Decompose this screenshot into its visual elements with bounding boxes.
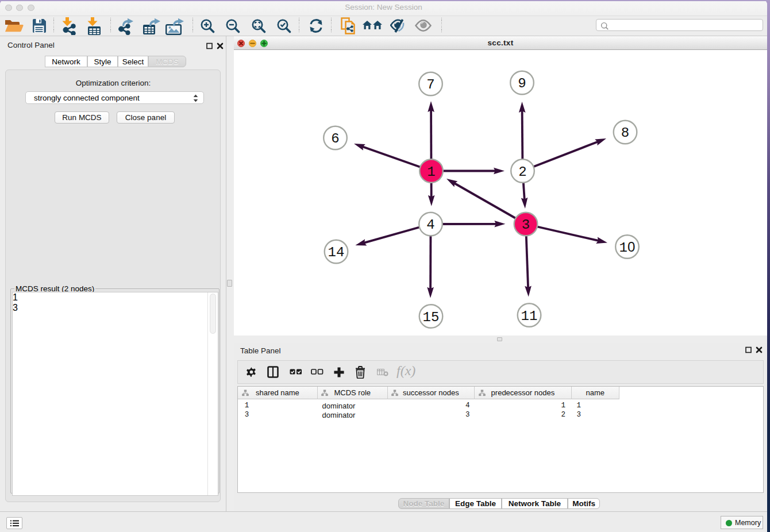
svg-text:15: 15: [423, 310, 440, 325]
svg-text:9: 9: [518, 76, 526, 91]
svg-text:6: 6: [331, 131, 339, 147]
svg-text:14: 14: [328, 245, 345, 260]
svg-text:11: 11: [521, 309, 538, 324]
svg-text:1: 1: [619, 240, 627, 256]
svg-text:2: 2: [518, 164, 526, 180]
svg-text:1: 1: [427, 164, 435, 180]
svg-text:3: 3: [522, 217, 530, 233]
svg-text:0: 0: [627, 239, 635, 255]
svg-text:7: 7: [426, 77, 434, 92]
svg-text:4: 4: [426, 217, 434, 233]
svg-text:8: 8: [621, 125, 629, 141]
